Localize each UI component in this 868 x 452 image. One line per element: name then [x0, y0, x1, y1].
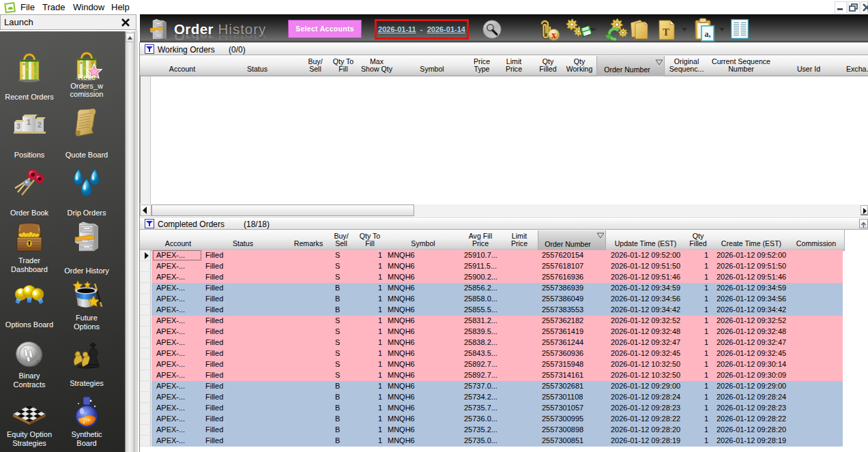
svg-text:3: 3 — [16, 123, 20, 130]
svg-text:1: 1 — [27, 118, 31, 126]
svg-text:T: T — [663, 27, 669, 37]
svg-text:x: x — [551, 30, 556, 40]
svg-text:a,: a, — [705, 29, 711, 39]
svg-text:2: 2 — [38, 121, 42, 129]
